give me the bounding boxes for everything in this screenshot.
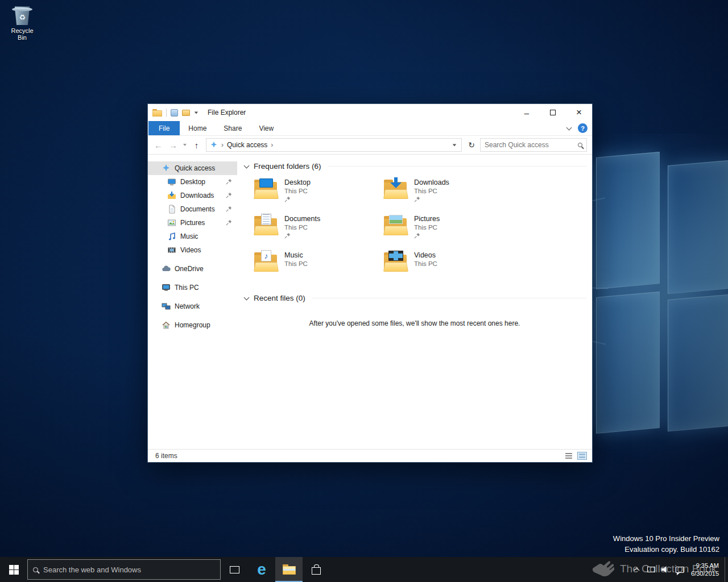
status-bar: 6 items [148,449,592,462]
pin-icon [226,192,232,198]
search-icon [33,567,38,572]
desktop-folder-icon [253,178,279,201]
sidebar-item-homegroup[interactable]: Homegroup [148,318,237,332]
onedrive-icon [162,264,171,273]
sidebar-item-downloads[interactable]: Downloads [148,189,237,202]
address-bar[interactable]: › Quick access › [206,138,462,152]
collection-book-watermark: The Collection Book [590,559,717,579]
sidebar-group-gap [148,294,237,300]
tab-home[interactable]: Home [180,121,215,135]
folder-tile-downloads[interactable]: Downloads This PC [383,178,512,206]
breadcrumb-location[interactable]: Quick access [227,141,267,149]
music-folder-icon: ♪ [253,251,279,273]
refresh-button[interactable]: ↻ [465,140,478,149]
sidebar-item-label: This PC [175,284,199,292]
minimize-button[interactable]: – [514,104,540,121]
sidebar-item-quick-access[interactable]: Quick access [148,161,237,175]
address-dropdown-caret-icon[interactable] [453,144,456,146]
task-view-button[interactable] [221,557,248,582]
pin-icon [414,196,420,202]
sidebar-group-gap [148,313,237,318]
search-icon [578,143,582,147]
sidebar-item-onedrive[interactable]: OneDrive [148,262,237,276]
taskbar-search-input[interactable] [43,566,215,574]
pictures-folder-icon [383,214,409,237]
frequent-folders-header[interactable]: Frequent folders (6) [243,162,586,171]
sidebar-item-this-pc[interactable]: This PC [148,281,237,294]
recycle-bin-desktop-icon[interactable]: ♻ Recycle Bin [7,5,38,41]
collapse-chevron-icon[interactable] [244,294,250,300]
maximize-button[interactable] [540,104,566,121]
folder-tile-music[interactable]: ♪ Music This PC [253,251,383,279]
folder-tile-pictures[interactable]: Pictures This PC [383,214,512,243]
expand-ribbon-icon[interactable] [566,124,572,130]
pin-icon [414,232,420,239]
help-icon[interactable]: ? [578,123,588,133]
store-taskbar-button[interactable] [303,557,330,582]
sidebar-item-videos[interactable]: Videos [148,243,237,257]
recent-locations-caret-icon[interactable] [183,144,187,146]
tab-file-label: File [159,124,169,132]
up-button[interactable]: ↑ [190,141,203,149]
taskbar-search-box[interactable] [27,559,221,580]
sidebar-item-label: Network [175,302,200,310]
task-view-icon [230,566,239,573]
new-folder-icon[interactable] [182,110,190,116]
customize-toolbar-caret-icon[interactable] [195,111,198,114]
minimize-icon: – [524,108,529,118]
properties-icon[interactable] [171,109,178,117]
sidebar-item-desktop[interactable]: Desktop [148,175,237,189]
details-view-button[interactable] [564,452,573,459]
folder-name: Videos [414,251,437,259]
recent-files-header[interactable]: Recent files (0) [243,294,586,302]
items-count: 6 items [155,452,177,460]
sidebar-item-label: Downloads [180,192,214,199]
title-bar[interactable]: File Explorer – × [148,104,592,121]
watermark-line1: Windows 10 Pro Insider Preview [613,533,719,544]
folder-name: Documents [284,215,320,223]
file-explorer-taskbar-button[interactable] [275,557,303,582]
explorer-search-input[interactable] [485,141,574,149]
recycle-bin-lid [12,7,32,11]
windows-start-icon [9,565,19,575]
recycle-bin-label: Recycle Bin [7,27,38,41]
sidebar-item-label: Homegroup [175,321,210,329]
sidebar-item-pictures[interactable]: Pictures [148,216,237,230]
collapse-chevron-icon[interactable] [244,163,250,168]
close-icon: × [576,107,582,118]
tab-share-label: Share [224,124,242,132]
start-button[interactable] [0,557,27,582]
file-explorer-window: File Explorer – × File Home Share View ?… [147,103,593,463]
back-button[interactable]: ← [152,141,165,149]
window-controls: – × [514,104,592,121]
explorer-search-box[interactable] [480,138,587,152]
folder-location: This PC [414,188,449,194]
tab-file[interactable]: File [148,121,180,135]
navigation-pane: Quick access Desktop Downloads Documents [148,155,237,449]
tab-view[interactable]: View [250,121,282,135]
this-pc-icon [162,283,171,292]
frequent-folders-grid: Desktop This PC Downloads This PC [253,178,586,279]
folder-tile-videos[interactable]: Videos This PC [383,251,512,279]
sidebar-item-music[interactable]: Music [148,230,237,243]
breadcrumb-chevron-icon[interactable]: › [271,141,273,149]
folder-tile-documents[interactable]: Documents This PC [253,214,383,243]
sidebar-item-network[interactable]: Network [148,300,237,313]
explorer-app-icon[interactable] [152,109,162,117]
folder-location: This PC [414,260,437,267]
hand-logo-icon [590,559,614,579]
folder-tile-desktop[interactable]: Desktop This PC [253,178,383,206]
section-rule [328,166,586,167]
forward-button[interactable]: → [167,141,180,149]
close-button[interactable]: × [566,104,592,121]
maximize-icon [550,110,556,115]
show-desktop-button[interactable] [725,557,728,582]
folder-name: Desktop [284,178,311,186]
sidebar-item-documents[interactable]: Documents [148,202,237,216]
downloads-icon [167,191,176,200]
recent-files-empty-message: After you've opened some files, we'll sh… [243,319,586,327]
large-icons-view-button[interactable] [577,452,587,460]
pin-icon [226,219,232,226]
edge-taskbar-button[interactable]: e [248,557,275,582]
tab-share[interactable]: Share [215,121,250,135]
